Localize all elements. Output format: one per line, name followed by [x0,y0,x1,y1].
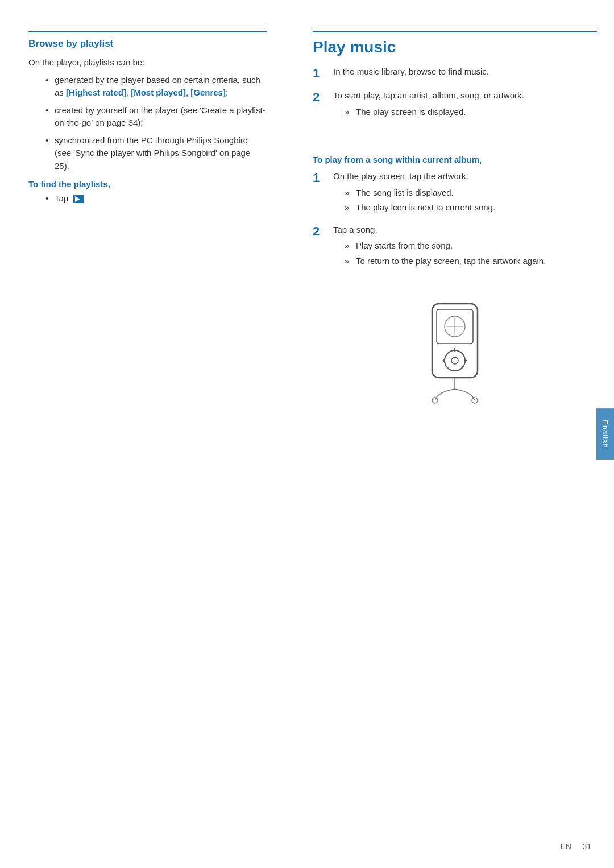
sub-step-2-results: Play starts from the song. To return to … [345,239,597,267]
list-item: generated by the player based on certain… [45,74,267,100]
playlist-icon [73,195,84,203]
sub-step-1: 1 On the play screen, tap the artwork. T… [313,170,597,217]
svg-marker-8 [464,358,467,363]
subsection-title: To play from a song within current album… [313,155,597,164]
step-number-2: 2 [313,88,333,106]
sub-step-1-content: On the play screen, tap the artwork. The… [333,170,597,217]
step-2-content: To start play, tap an artist, album, son… [333,89,597,121]
bullet-bold-1b: [Most played] [131,88,186,97]
result-text-3: Play starts from the song. [356,241,453,250]
result-item: The song list is displayed. [345,187,597,200]
result-text-1: The song list is displayed. [356,188,454,197]
playlist-types-list: generated by the player based on certain… [45,74,267,173]
step-1-content: In the music library, browse to find mus… [333,65,597,78]
list-item: created by yourself on the player (see '… [45,104,267,130]
svg-rect-0 [432,304,478,378]
svg-marker-7 [442,358,445,363]
bullet-bold-1c: [Genres] [190,88,226,97]
divider-left [28,23,267,23]
sidebar-tab: English [596,408,614,460]
bullet-bold-1a: [Highest rated] [66,88,126,97]
bullet-text-2: created by yourself on the player (see '… [55,105,265,128]
result-item: To return to the play screen, tap the ar… [345,255,597,268]
player-illustration [313,292,597,406]
bullet-text-1d: ; [226,88,228,97]
tap-label: Tap [55,193,68,203]
sub-step-1-text: On the play screen, tap the artwork. [333,171,468,181]
sub-step-1-results: The song list is displayed. The play ico… [345,187,597,214]
find-list: Tap [45,192,267,205]
step-number-1: 1 [313,64,333,82]
result-text: The play screen is displayed. [356,107,466,117]
footer-lang: EN [561,842,571,851]
play-arrow-icon [75,196,80,202]
play-music-title: Play music [313,31,597,56]
sub-step-2-content: Tap a song. Play starts from the song. T… [333,224,597,270]
svg-point-5 [445,350,465,371]
result-item: The play icon is next to current song. [345,201,597,214]
bullet-text-1b: , [126,88,131,97]
divider-right [313,23,597,23]
intro-text: On the player, playlists can be: [28,56,267,69]
step-1: 1 In the music library, browse to find m… [313,65,597,82]
footer-page: 31 [582,842,591,851]
subsection-block: To play from a song within current album… [313,155,597,270]
step-2: 2 To start play, tap an artist, album, s… [313,89,597,121]
result-text-2: The play icon is next to current song. [356,202,495,212]
left-column: Browse by playlist On the player, playli… [0,0,284,868]
list-item: synchronized from the PC through Philips… [45,134,267,173]
result-item: The play screen is displayed. [345,106,597,119]
result-item: Play starts from the song. [345,239,597,253]
sub-step-2-text: Tap a song. [333,225,377,234]
page-footer: EN 31 [561,842,591,851]
find-list-item: Tap [45,192,267,205]
step-2-text: To start play, tap an artist, album, son… [333,90,524,100]
find-title-text: To find the playlists, [28,179,110,189]
bullet-text-1c: , [186,88,190,97]
player-svg [398,292,512,406]
sub-step-number-1: 1 [313,168,333,187]
browse-playlist-title: Browse by playlist [28,31,267,49]
find-title: To find the playlists, [28,179,267,189]
step-1-text: In the music library, browse to find mus… [333,67,489,76]
svg-point-6 [451,357,458,364]
page-container: Browse by playlist On the player, playli… [0,0,614,868]
step-2-results: The play screen is displayed. [345,106,597,119]
sub-step-2: 2 Tap a song. Play starts from the song.… [313,224,597,270]
right-column: Play music 1 In the music library, brows… [284,0,614,868]
bullet-text-3: synchronized from the PC through Philips… [55,135,250,171]
sub-step-number-2: 2 [313,222,333,241]
result-text-4: To return to the play screen, tap the ar… [356,256,546,266]
